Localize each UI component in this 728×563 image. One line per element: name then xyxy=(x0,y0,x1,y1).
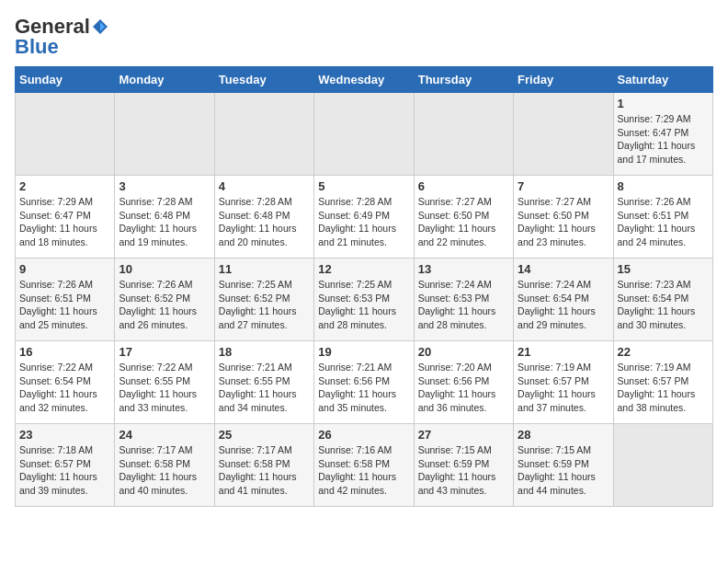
day-info: Sunrise: 7:19 AM Sunset: 6:57 PM Dayligh… xyxy=(518,361,609,415)
day-info: Sunrise: 7:22 AM Sunset: 6:55 PM Dayligh… xyxy=(119,361,210,415)
day-number: 12 xyxy=(318,262,409,276)
logo-blue: Blue xyxy=(15,35,59,59)
day-cell xyxy=(314,93,414,176)
day-cell: 9Sunrise: 7:26 AM Sunset: 6:51 PM Daylig… xyxy=(16,259,115,341)
day-info: Sunrise: 7:25 AM Sunset: 6:52 PM Dayligh… xyxy=(219,278,310,332)
day-cell: 22Sunrise: 7:19 AM Sunset: 6:57 PM Dayli… xyxy=(613,341,712,424)
day-cell: 18Sunrise: 7:21 AM Sunset: 6:55 PM Dayli… xyxy=(214,341,313,424)
day-cell xyxy=(514,93,613,176)
day-number: 14 xyxy=(518,262,609,276)
week-row-2: 2Sunrise: 7:29 AM Sunset: 6:47 PM Daylig… xyxy=(16,176,713,259)
day-cell: 13Sunrise: 7:24 AM Sunset: 6:53 PM Dayli… xyxy=(414,259,513,341)
header-saturday: Saturday xyxy=(613,67,712,93)
day-cell: 24Sunrise: 7:17 AM Sunset: 6:58 PM Dayli… xyxy=(115,424,214,507)
day-cell: 26Sunrise: 7:16 AM Sunset: 6:58 PM Dayli… xyxy=(314,424,414,507)
day-number: 20 xyxy=(418,345,509,359)
day-cell: 20Sunrise: 7:20 AM Sunset: 6:56 PM Dayli… xyxy=(414,341,513,424)
day-cell: 14Sunrise: 7:24 AM Sunset: 6:54 PM Dayli… xyxy=(514,259,613,341)
day-cell: 8Sunrise: 7:26 AM Sunset: 6:51 PM Daylig… xyxy=(613,176,712,259)
day-info: Sunrise: 7:27 AM Sunset: 6:50 PM Dayligh… xyxy=(518,195,609,249)
day-number: 7 xyxy=(518,179,609,193)
day-cell: 21Sunrise: 7:19 AM Sunset: 6:57 PM Dayli… xyxy=(514,341,613,424)
day-cell xyxy=(16,93,115,176)
day-cell: 23Sunrise: 7:18 AM Sunset: 6:57 PM Dayli… xyxy=(16,424,115,507)
day-number: 11 xyxy=(219,262,310,276)
day-number: 15 xyxy=(618,262,709,276)
day-number: 2 xyxy=(19,179,110,193)
header-wednesday: Wednesday xyxy=(314,67,414,93)
week-row-1: 1Sunrise: 7:29 AM Sunset: 6:47 PM Daylig… xyxy=(16,93,713,176)
day-info: Sunrise: 7:26 AM Sunset: 6:51 PM Dayligh… xyxy=(618,195,709,249)
day-cell: 1Sunrise: 7:29 AM Sunset: 6:47 PM Daylig… xyxy=(613,93,712,176)
day-info: Sunrise: 7:23 AM Sunset: 6:54 PM Dayligh… xyxy=(618,278,709,332)
day-cell xyxy=(214,93,313,176)
day-info: Sunrise: 7:28 AM Sunset: 6:49 PM Dayligh… xyxy=(318,195,409,249)
week-row-3: 9Sunrise: 7:26 AM Sunset: 6:51 PM Daylig… xyxy=(16,259,713,341)
day-info: Sunrise: 7:16 AM Sunset: 6:58 PM Dayligh… xyxy=(318,443,409,498)
day-cell: 25Sunrise: 7:17 AM Sunset: 6:58 PM Dayli… xyxy=(214,424,313,507)
day-info: Sunrise: 7:21 AM Sunset: 6:55 PM Dayligh… xyxy=(219,361,310,415)
day-number: 23 xyxy=(19,428,110,442)
day-cell xyxy=(613,424,712,507)
day-info: Sunrise: 7:24 AM Sunset: 6:54 PM Dayligh… xyxy=(518,278,609,332)
day-number: 3 xyxy=(119,179,210,193)
day-number: 5 xyxy=(318,179,409,193)
header-monday: Monday xyxy=(115,67,214,93)
day-number: 9 xyxy=(19,262,110,276)
header-friday: Friday xyxy=(514,67,613,93)
day-cell: 16Sunrise: 7:22 AM Sunset: 6:54 PM Dayli… xyxy=(16,341,115,424)
day-info: Sunrise: 7:17 AM Sunset: 6:58 PM Dayligh… xyxy=(219,443,310,498)
day-number: 24 xyxy=(119,428,210,442)
header-tuesday: Tuesday xyxy=(214,67,313,93)
day-info: Sunrise: 7:20 AM Sunset: 6:56 PM Dayligh… xyxy=(418,361,509,415)
day-number: 17 xyxy=(119,345,210,359)
day-cell: 5Sunrise: 7:28 AM Sunset: 6:49 PM Daylig… xyxy=(314,176,414,259)
day-info: Sunrise: 7:26 AM Sunset: 6:51 PM Dayligh… xyxy=(19,278,110,332)
day-number: 8 xyxy=(618,179,709,193)
day-number: 26 xyxy=(318,428,409,442)
day-cell: 15Sunrise: 7:23 AM Sunset: 6:54 PM Dayli… xyxy=(613,259,712,341)
day-number: 16 xyxy=(19,345,110,359)
day-cell: 7Sunrise: 7:27 AM Sunset: 6:50 PM Daylig… xyxy=(514,176,613,259)
day-info: Sunrise: 7:18 AM Sunset: 6:57 PM Dayligh… xyxy=(19,443,110,498)
day-cell: 12Sunrise: 7:25 AM Sunset: 6:53 PM Dayli… xyxy=(314,259,414,341)
header-sunday: Sunday xyxy=(16,67,115,93)
page-header: General Blue xyxy=(15,15,713,59)
day-number: 25 xyxy=(219,428,310,442)
day-cell: 3Sunrise: 7:28 AM Sunset: 6:48 PM Daylig… xyxy=(115,176,214,259)
calendar-header-row: SundayMondayTuesdayWednesdayThursdayFrid… xyxy=(16,67,713,93)
day-cell: 6Sunrise: 7:27 AM Sunset: 6:50 PM Daylig… xyxy=(414,176,513,259)
day-number: 21 xyxy=(518,345,609,359)
day-info: Sunrise: 7:29 AM Sunset: 6:47 PM Dayligh… xyxy=(19,195,110,249)
day-info: Sunrise: 7:28 AM Sunset: 6:48 PM Dayligh… xyxy=(119,195,210,249)
day-cell: 10Sunrise: 7:26 AM Sunset: 6:52 PM Dayli… xyxy=(115,259,214,341)
day-number: 22 xyxy=(618,345,709,359)
logo: General Blue xyxy=(15,15,108,59)
day-info: Sunrise: 7:15 AM Sunset: 6:59 PM Dayligh… xyxy=(418,443,509,498)
day-cell xyxy=(115,93,214,176)
day-number: 1 xyxy=(618,97,709,110)
day-info: Sunrise: 7:15 AM Sunset: 6:59 PM Dayligh… xyxy=(518,443,609,498)
day-info: Sunrise: 7:27 AM Sunset: 6:50 PM Dayligh… xyxy=(418,195,509,249)
day-cell: 19Sunrise: 7:21 AM Sunset: 6:56 PM Dayli… xyxy=(314,341,414,424)
day-info: Sunrise: 7:17 AM Sunset: 6:58 PM Dayligh… xyxy=(119,443,210,498)
week-row-4: 16Sunrise: 7:22 AM Sunset: 6:54 PM Dayli… xyxy=(16,341,713,424)
day-info: Sunrise: 7:29 AM Sunset: 6:47 PM Dayligh… xyxy=(618,112,709,167)
day-info: Sunrise: 7:26 AM Sunset: 6:52 PM Dayligh… xyxy=(119,278,210,332)
day-info: Sunrise: 7:21 AM Sunset: 6:56 PM Dayligh… xyxy=(318,361,409,415)
day-info: Sunrise: 7:25 AM Sunset: 6:53 PM Dayligh… xyxy=(318,278,409,332)
calendar-table: SundayMondayTuesdayWednesdayThursdayFrid… xyxy=(15,66,713,507)
day-number: 19 xyxy=(318,345,409,359)
day-number: 10 xyxy=(119,262,210,276)
day-info: Sunrise: 7:28 AM Sunset: 6:48 PM Dayligh… xyxy=(219,195,310,249)
day-cell: 11Sunrise: 7:25 AM Sunset: 6:52 PM Dayli… xyxy=(214,259,313,341)
day-cell: 28Sunrise: 7:15 AM Sunset: 6:59 PM Dayli… xyxy=(514,424,613,507)
day-number: 6 xyxy=(418,179,509,193)
day-number: 4 xyxy=(219,179,310,193)
day-number: 28 xyxy=(518,428,609,442)
day-number: 27 xyxy=(418,428,509,442)
day-number: 18 xyxy=(219,345,310,359)
day-cell: 4Sunrise: 7:28 AM Sunset: 6:48 PM Daylig… xyxy=(214,176,313,259)
day-number: 13 xyxy=(418,262,509,276)
day-info: Sunrise: 7:22 AM Sunset: 6:54 PM Dayligh… xyxy=(19,361,110,415)
